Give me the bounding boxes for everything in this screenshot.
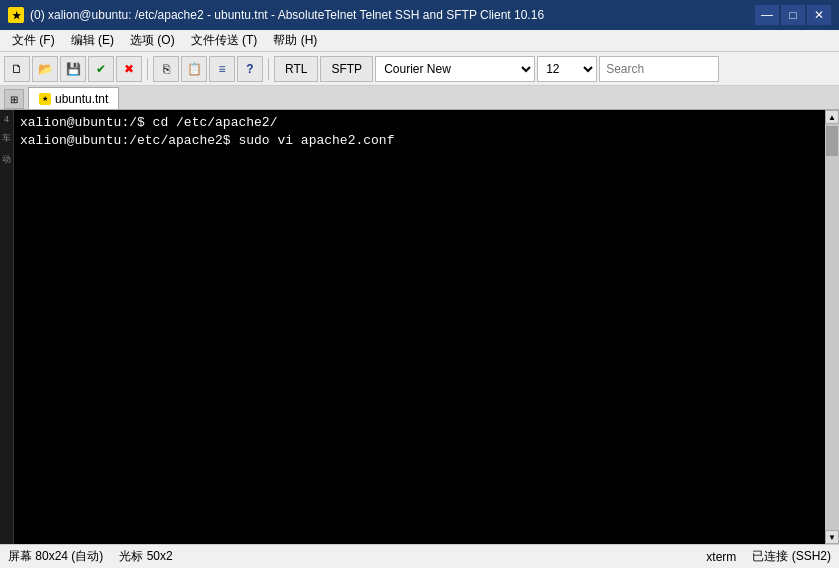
connection-status: 已连接 (SSH2) [752,548,831,565]
tab-ubuntu[interactable]: ★ ubuntu.tnt [28,87,119,109]
toolbar-sep1 [147,58,148,80]
minimize-button[interactable]: — [755,5,779,25]
menu-transfer[interactable]: 文件传送 (T) [183,30,266,51]
toolbar-sep2 [268,58,269,80]
sftp-button[interactable]: SFTP [320,56,373,82]
terminal-line-1: xalion@ubuntu:/$ cd /etc/apache2/ [20,114,819,132]
toolbar-copy[interactable]: ⎘ [153,56,179,82]
title-bar: ★ (0) xalion@ubuntu: /etc/apache2 - ubun… [0,0,839,30]
tab-icon: ★ [39,93,51,105]
scroll-thumb[interactable] [826,126,838,156]
toolbar-list[interactable]: ≡ [209,56,235,82]
rtl-button[interactable]: RTL [274,56,318,82]
toolbar-new[interactable]: 🗋 [4,56,30,82]
screen-info: 屏幕 80x24 (自动) [8,548,103,565]
grid-icon: ⊞ [10,94,18,105]
app-icon: ★ [8,7,24,23]
terminal-main[interactable]: xalion@ubuntu:/$ cd /etc/apache2/ xalion… [14,110,825,544]
toolbar-connect[interactable]: ✔ [88,56,114,82]
sidebar-char-1: 4 [4,114,9,124]
toolbar: 🗋 📂 💾 ✔ ✖ ⎘ 📋 ≡ ? RTL SFTP Courier New C… [0,52,839,86]
search-input[interactable] [599,56,719,82]
tab-bar: ⊞ ★ ubuntu.tnt [0,86,839,110]
toolbar-paste[interactable]: 📋 [181,56,207,82]
toolbar-help[interactable]: ? [237,56,263,82]
menu-edit[interactable]: 编辑 (E) [63,30,122,51]
sidebar-char-2: 车 [2,132,11,145]
menu-file[interactable]: 文件 (F) [4,30,63,51]
toolbar-open[interactable]: 📂 [32,56,58,82]
toolbar-save[interactable]: 💾 [60,56,86,82]
terminal-container: 4 车 动 xalion@ubuntu:/$ cd /etc/apache2/ … [0,110,839,544]
tab-label: ubuntu.tnt [55,92,108,106]
font-select[interactable]: Courier New Consolas Lucida Console Term… [375,56,535,82]
maximize-button[interactable]: □ [781,5,805,25]
scroll-up-button[interactable]: ▲ [825,110,839,124]
close-button[interactable]: ✕ [807,5,831,25]
menu-options[interactable]: 选项 (O) [122,30,183,51]
tab-grid-button[interactable]: ⊞ [4,89,24,109]
term-type: xterm [706,550,736,564]
sidebar-char-3: 动 [2,153,11,166]
terminal-sidebar: 4 车 动 [0,110,14,544]
status-bar: 屏幕 80x24 (自动) 光标 50x2 xterm 已连接 (SSH2) [0,544,839,568]
menu-bar: 文件 (F) 编辑 (E) 选项 (O) 文件传送 (T) 帮助 (H) [0,30,839,52]
scroll-down-button[interactable]: ▼ [825,530,839,544]
terminal-scrollbar: ▲ ▼ [825,110,839,544]
menu-help[interactable]: 帮助 (H) [265,30,325,51]
toolbar-disconnect[interactable]: ✖ [116,56,142,82]
font-size-select[interactable]: 891011 12141618 [537,56,597,82]
cursor-info: 光标 50x2 [119,548,172,565]
title-text: (0) xalion@ubuntu: /etc/apache2 - ubuntu… [30,8,544,22]
terminal-line-2: xalion@ubuntu:/etc/apache2$ sudo vi apac… [20,132,819,150]
